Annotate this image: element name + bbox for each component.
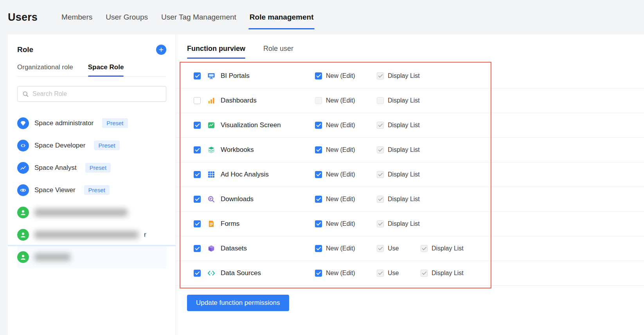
module-name: Datasets xyxy=(221,245,247,252)
permission-checkbox[interactable] xyxy=(377,72,384,79)
role-label: Space Viewer xyxy=(34,186,76,194)
module-name: Workbooks xyxy=(221,146,254,154)
permission-checkbox[interactable] xyxy=(315,245,322,252)
permission-checkbox[interactable] xyxy=(377,270,384,277)
permission-checkbox[interactable] xyxy=(377,196,384,203)
module-checkbox[interactable] xyxy=(194,270,201,277)
permission-checkbox[interactable] xyxy=(315,146,322,153)
module-checkbox[interactable] xyxy=(194,72,201,79)
tab-members[interactable]: Members xyxy=(55,0,99,34)
permission-checkbox[interactable] xyxy=(315,171,322,178)
role-item-space-administrator[interactable]: Space administratorPreset xyxy=(17,112,166,134)
permission-checkbox[interactable] xyxy=(421,245,428,252)
role-item[interactable]: r xyxy=(17,223,166,246)
bar-chart-icon xyxy=(207,97,215,104)
tab-organizational-role[interactable]: Organizational role xyxy=(17,63,73,76)
module-checkbox[interactable] xyxy=(194,245,201,252)
panel-title: Role xyxy=(17,45,33,54)
permission-checkbox[interactable] xyxy=(315,270,322,277)
permission-label: New (Edit) xyxy=(326,270,355,277)
module-checkbox[interactable] xyxy=(194,146,201,153)
permission-rows: BI PortalsNew (Edit)Display ListDashboar… xyxy=(176,64,644,286)
permission-checkbox[interactable] xyxy=(377,171,384,178)
module-name: Ad Hoc Analysis xyxy=(221,171,269,178)
role-label: Space Analyst xyxy=(34,164,77,172)
permission-label: Display List xyxy=(388,171,420,178)
permission-checkbox[interactable] xyxy=(315,220,322,227)
permission-cell-display-list: Display List xyxy=(421,245,482,252)
module-checkbox[interactable] xyxy=(194,122,201,129)
permission-row-datasets: DatasetsNew (Edit)UseDisplay List xyxy=(176,236,644,261)
preset-badge: Preset xyxy=(85,163,111,173)
permission-cell-display-list: Display List xyxy=(377,72,439,79)
permission-checkbox[interactable] xyxy=(377,245,384,252)
preset-badge: Preset xyxy=(94,140,119,150)
tab-user-tag-management[interactable]: User Tag Management xyxy=(155,0,243,34)
module-checkbox[interactable] xyxy=(194,97,201,104)
permission-label: Display List xyxy=(388,97,420,104)
module-name: Visualization Screen xyxy=(221,121,281,129)
permission-cell-new-edit: New (Edit) xyxy=(315,245,377,252)
role-item-space-viewer[interactable]: Space ViewerPreset xyxy=(17,179,166,201)
tab-user-groups[interactable]: User Groups xyxy=(99,0,155,34)
search-input[interactable] xyxy=(32,90,161,97)
role-item-space-developer[interactable]: Space DeveloperPreset xyxy=(17,134,166,157)
permission-checkbox[interactable] xyxy=(315,196,322,203)
permission-checkbox[interactable] xyxy=(377,97,384,104)
header: Users MembersUser GroupsUser Tag Managem… xyxy=(0,0,644,34)
permission-label: New (Edit) xyxy=(326,220,355,227)
permission-row-data-sources: Data SourcesNew (Edit)UseDisplay List xyxy=(176,261,644,286)
preset-badge: Preset xyxy=(84,185,110,195)
module-cell: Workbooks xyxy=(194,146,315,154)
person-icon xyxy=(17,229,29,241)
permission-label: Use xyxy=(388,270,399,277)
monitor-icon xyxy=(207,72,215,80)
update-permissions-button[interactable]: Update function permissions xyxy=(187,295,289,311)
module-name: BI Portals xyxy=(221,72,250,80)
permission-cell-use: Use xyxy=(377,245,421,252)
role-item[interactable] xyxy=(17,246,166,268)
permission-checkbox[interactable] xyxy=(377,146,384,153)
permission-checkbox[interactable] xyxy=(315,97,322,104)
tab-space-role[interactable]: Space Role xyxy=(88,63,124,76)
permission-label: New (Edit) xyxy=(326,122,355,129)
screen-icon xyxy=(207,121,215,129)
module-name: Dashboards xyxy=(221,97,257,104)
role-panel: Role Organizational roleSpace Role Space… xyxy=(8,34,176,335)
gem-icon xyxy=(17,117,29,129)
header-tabs: MembersUser GroupsUser Tag ManagementRol… xyxy=(55,0,320,34)
permission-checkbox[interactable] xyxy=(315,72,322,79)
permission-checkbox[interactable] xyxy=(421,270,428,277)
module-name: Data Sources xyxy=(221,269,261,277)
permission-label: Display List xyxy=(432,245,464,252)
module-checkbox[interactable] xyxy=(194,196,201,203)
role-panel-header: Role xyxy=(17,34,166,55)
add-role-button[interactable] xyxy=(156,45,166,55)
permission-checkbox[interactable] xyxy=(377,220,384,227)
code-circle-icon xyxy=(17,140,29,151)
permission-cell-new-edit: New (Edit) xyxy=(315,122,377,129)
module-checkbox[interactable] xyxy=(194,220,201,227)
module-cell: Dashboards xyxy=(194,97,315,104)
permission-checkbox[interactable] xyxy=(315,122,322,129)
permission-checkbox[interactable] xyxy=(377,122,384,129)
page-title: Users xyxy=(8,11,38,23)
tab-function-purview[interactable]: Function purview xyxy=(187,45,245,59)
module-name: Downloads xyxy=(221,195,254,203)
module-cell: Datasets xyxy=(194,245,315,252)
permission-row-downloads: DownloadsNew (Edit)Display List xyxy=(176,187,644,212)
page: Users MembersUser GroupsUser Tag Managem… xyxy=(0,0,644,335)
permission-label: Display List xyxy=(388,196,420,203)
module-cell: Downloads xyxy=(194,195,315,203)
tab-role-management[interactable]: Role management xyxy=(243,0,320,34)
person-icon xyxy=(17,251,29,263)
module-checkbox[interactable] xyxy=(194,171,201,178)
chart-icon xyxy=(17,162,29,174)
permission-label: Display List xyxy=(432,270,464,277)
tab-role-user[interactable]: Role user xyxy=(263,45,293,59)
role-item-space-analyst[interactable]: Space AnalystPreset xyxy=(17,157,166,179)
eye-icon xyxy=(17,184,29,196)
role-list: Space administratorPresetSpace Developer… xyxy=(17,112,166,268)
role-item[interactable] xyxy=(17,201,166,223)
permission-row-ad-hoc-analysis: Ad Hoc AnalysisNew (Edit)Display List xyxy=(176,162,644,187)
